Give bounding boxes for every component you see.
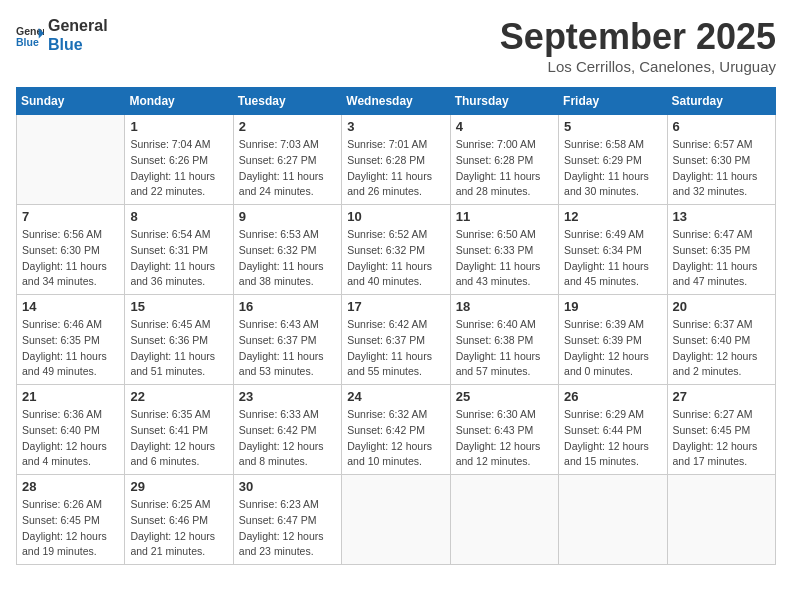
day-number: 5 [564,119,661,134]
day-info: Sunrise: 6:23 AMSunset: 6:47 PMDaylight:… [239,497,336,560]
day-info: Sunrise: 6:42 AMSunset: 6:37 PMDaylight:… [347,317,444,380]
day-number: 18 [456,299,553,314]
weekday-header-cell: Wednesday [342,88,450,115]
calendar-row: 21Sunrise: 6:36 AMSunset: 6:40 PMDayligh… [17,385,776,475]
calendar-cell: 7Sunrise: 6:56 AMSunset: 6:30 PMDaylight… [17,205,125,295]
logo-blue: Blue [48,35,108,54]
calendar-cell: 20Sunrise: 6:37 AMSunset: 6:40 PMDayligh… [667,295,775,385]
day-info: Sunrise: 6:25 AMSunset: 6:46 PMDaylight:… [130,497,227,560]
day-number: 16 [239,299,336,314]
calendar-cell: 27Sunrise: 6:27 AMSunset: 6:45 PMDayligh… [667,385,775,475]
day-info: Sunrise: 6:50 AMSunset: 6:33 PMDaylight:… [456,227,553,290]
day-info: Sunrise: 6:49 AMSunset: 6:34 PMDaylight:… [564,227,661,290]
day-info: Sunrise: 6:56 AMSunset: 6:30 PMDaylight:… [22,227,119,290]
calendar-row: 1Sunrise: 7:04 AMSunset: 6:26 PMDaylight… [17,115,776,205]
day-number: 12 [564,209,661,224]
month-title: September 2025 [500,16,776,58]
calendar-cell: 4Sunrise: 7:00 AMSunset: 6:28 PMDaylight… [450,115,558,205]
calendar-cell: 12Sunrise: 6:49 AMSunset: 6:34 PMDayligh… [559,205,667,295]
day-number: 4 [456,119,553,134]
day-info: Sunrise: 6:37 AMSunset: 6:40 PMDaylight:… [673,317,770,380]
logo-icon: General Blue [16,21,44,49]
day-number: 17 [347,299,444,314]
day-number: 23 [239,389,336,404]
calendar-cell [17,115,125,205]
day-number: 13 [673,209,770,224]
day-number: 14 [22,299,119,314]
day-info: Sunrise: 7:00 AMSunset: 6:28 PMDaylight:… [456,137,553,200]
calendar-cell: 1Sunrise: 7:04 AMSunset: 6:26 PMDaylight… [125,115,233,205]
weekday-header-cell: Sunday [17,88,125,115]
calendar-cell: 28Sunrise: 6:26 AMSunset: 6:45 PMDayligh… [17,475,125,565]
logo-general: General [48,16,108,35]
day-number: 26 [564,389,661,404]
location-title: Los Cerrillos, Canelones, Uruguay [500,58,776,75]
day-number: 2 [239,119,336,134]
day-info: Sunrise: 6:33 AMSunset: 6:42 PMDaylight:… [239,407,336,470]
calendar-cell: 17Sunrise: 6:42 AMSunset: 6:37 PMDayligh… [342,295,450,385]
calendar-cell: 22Sunrise: 6:35 AMSunset: 6:41 PMDayligh… [125,385,233,475]
weekday-header-row: SundayMondayTuesdayWednesdayThursdayFrid… [17,88,776,115]
calendar-cell: 26Sunrise: 6:29 AMSunset: 6:44 PMDayligh… [559,385,667,475]
day-info: Sunrise: 6:35 AMSunset: 6:41 PMDaylight:… [130,407,227,470]
day-number: 25 [456,389,553,404]
calendar-cell: 13Sunrise: 6:47 AMSunset: 6:35 PMDayligh… [667,205,775,295]
day-number: 11 [456,209,553,224]
day-number: 28 [22,479,119,494]
calendar-body: 1Sunrise: 7:04 AMSunset: 6:26 PMDaylight… [17,115,776,565]
calendar-cell: 16Sunrise: 6:43 AMSunset: 6:37 PMDayligh… [233,295,341,385]
day-info: Sunrise: 6:32 AMSunset: 6:42 PMDaylight:… [347,407,444,470]
day-info: Sunrise: 6:45 AMSunset: 6:36 PMDaylight:… [130,317,227,380]
day-info: Sunrise: 6:46 AMSunset: 6:35 PMDaylight:… [22,317,119,380]
day-info: Sunrise: 6:40 AMSunset: 6:38 PMDaylight:… [456,317,553,380]
day-info: Sunrise: 7:04 AMSunset: 6:26 PMDaylight:… [130,137,227,200]
day-info: Sunrise: 6:29 AMSunset: 6:44 PMDaylight:… [564,407,661,470]
day-number: 3 [347,119,444,134]
day-info: Sunrise: 6:57 AMSunset: 6:30 PMDaylight:… [673,137,770,200]
svg-text:Blue: Blue [16,36,39,48]
weekday-header-cell: Monday [125,88,233,115]
day-number: 27 [673,389,770,404]
day-number: 22 [130,389,227,404]
weekday-header-cell: Tuesday [233,88,341,115]
day-number: 15 [130,299,227,314]
calendar-cell: 24Sunrise: 6:32 AMSunset: 6:42 PMDayligh… [342,385,450,475]
calendar-cell: 15Sunrise: 6:45 AMSunset: 6:36 PMDayligh… [125,295,233,385]
day-number: 29 [130,479,227,494]
weekday-header-cell: Thursday [450,88,558,115]
title-area: September 2025 Los Cerrillos, Canelones,… [500,16,776,75]
calendar-cell: 11Sunrise: 6:50 AMSunset: 6:33 PMDayligh… [450,205,558,295]
day-info: Sunrise: 6:52 AMSunset: 6:32 PMDaylight:… [347,227,444,290]
calendar-cell: 23Sunrise: 6:33 AMSunset: 6:42 PMDayligh… [233,385,341,475]
day-number: 7 [22,209,119,224]
day-number: 1 [130,119,227,134]
day-number: 20 [673,299,770,314]
day-info: Sunrise: 6:43 AMSunset: 6:37 PMDaylight:… [239,317,336,380]
calendar-cell: 2Sunrise: 7:03 AMSunset: 6:27 PMDaylight… [233,115,341,205]
weekday-header-cell: Saturday [667,88,775,115]
day-info: Sunrise: 6:39 AMSunset: 6:39 PMDaylight:… [564,317,661,380]
calendar-row: 14Sunrise: 6:46 AMSunset: 6:35 PMDayligh… [17,295,776,385]
calendar-table: SundayMondayTuesdayWednesdayThursdayFrid… [16,87,776,565]
calendar-cell: 10Sunrise: 6:52 AMSunset: 6:32 PMDayligh… [342,205,450,295]
calendar-cell: 3Sunrise: 7:01 AMSunset: 6:28 PMDaylight… [342,115,450,205]
day-number: 21 [22,389,119,404]
calendar-cell: 21Sunrise: 6:36 AMSunset: 6:40 PMDayligh… [17,385,125,475]
day-number: 19 [564,299,661,314]
day-info: Sunrise: 7:01 AMSunset: 6:28 PMDaylight:… [347,137,444,200]
calendar-cell: 14Sunrise: 6:46 AMSunset: 6:35 PMDayligh… [17,295,125,385]
calendar-cell [667,475,775,565]
calendar-cell [450,475,558,565]
calendar-row: 28Sunrise: 6:26 AMSunset: 6:45 PMDayligh… [17,475,776,565]
day-number: 24 [347,389,444,404]
calendar-cell: 5Sunrise: 6:58 AMSunset: 6:29 PMDaylight… [559,115,667,205]
day-info: Sunrise: 6:27 AMSunset: 6:45 PMDaylight:… [673,407,770,470]
day-number: 6 [673,119,770,134]
day-info: Sunrise: 6:58 AMSunset: 6:29 PMDaylight:… [564,137,661,200]
day-info: Sunrise: 7:03 AMSunset: 6:27 PMDaylight:… [239,137,336,200]
weekday-header-cell: Friday [559,88,667,115]
day-info: Sunrise: 6:47 AMSunset: 6:35 PMDaylight:… [673,227,770,290]
calendar-cell: 25Sunrise: 6:30 AMSunset: 6:43 PMDayligh… [450,385,558,475]
calendar-cell: 9Sunrise: 6:53 AMSunset: 6:32 PMDaylight… [233,205,341,295]
calendar-cell: 19Sunrise: 6:39 AMSunset: 6:39 PMDayligh… [559,295,667,385]
